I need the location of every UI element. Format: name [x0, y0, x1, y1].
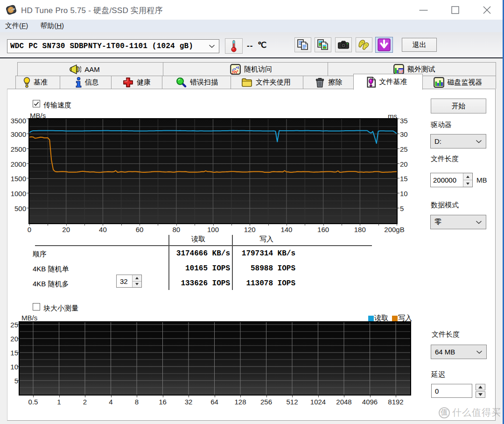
table-header-read: 读取: [191, 235, 205, 244]
tab-label: 擦除: [329, 78, 343, 87]
copy-text-icon: [297, 39, 309, 51]
menu-help[interactable]: 帮助(H): [35, 20, 69, 33]
smzdm-watermark: 值 什么值得买: [439, 406, 501, 419]
axis-tick-label: 1: [57, 398, 61, 406]
row-label-sequential: 顺序: [33, 250, 47, 259]
row-label-4kb-multi: 4KB 随机多: [33, 280, 69, 289]
tab-磁盘监视器[interactable]: 磁盘监视器: [422, 76, 496, 89]
axis-tick-label: 32: [185, 398, 193, 406]
drive-select-value: D:: [434, 137, 441, 145]
file-length-spinner[interactable]: 200000: [430, 173, 473, 187]
axis-tick: [231, 224, 232, 226]
axis-tick: [292, 396, 293, 397]
drive-combobox[interactable]: WDC PC SN730 SDBPNTY-1T00-1101 (1024 gB): [7, 39, 219, 53]
axis-tick: [323, 224, 324, 226]
tab-label: 文件基准: [379, 78, 407, 86]
block-size-chart: [19, 321, 411, 396]
block-size-checkbox[interactable]: [33, 303, 40, 311]
axis-tick-label: 1500: [0, 175, 26, 183]
legend-read-swatch: [368, 316, 374, 321]
info-icon: [76, 77, 82, 88]
axis-tick: [140, 224, 140, 226]
speaker-icon: [70, 64, 81, 75]
axis-tick-label: 8192: [388, 398, 403, 406]
axis-tick-label: 5: [0, 377, 18, 385]
save-image-button[interactable]: [375, 37, 393, 53]
axis-tick-label: 60: [136, 226, 144, 233]
screenshot-button[interactable]: [335, 37, 352, 52]
delay-input[interactable]: 0: [431, 384, 472, 398]
chevron-down-icon: [209, 44, 215, 48]
queue-depth-down-button[interactable]: [133, 281, 141, 288]
delay-value: 0: [435, 387, 439, 395]
axis-tick-label: 160: [317, 226, 329, 233]
close-button[interactable]: [472, 0, 501, 20]
file-benchmark-icon: [366, 77, 376, 88]
minimize-button[interactable]: [409, 0, 438, 20]
file-length-unit: MB: [476, 176, 487, 184]
tab-健康[interactable]: 健康: [111, 76, 162, 89]
transfer-speed-checkbox[interactable]: [33, 100, 40, 107]
chevron-down-icon: [476, 350, 483, 354]
axis-tick-label: 1024: [310, 398, 326, 406]
maximize-button[interactable]: [441, 0, 469, 20]
color-settings-button[interactable]: [356, 37, 372, 52]
copy-image-button[interactable]: [315, 37, 331, 52]
axis-tick-label: 3500: [0, 117, 26, 125]
file-length-value: 200000: [431, 173, 463, 187]
extra-tests-icon: [393, 64, 404, 75]
tab-擦除[interactable]: 擦除: [303, 76, 354, 89]
checkmark-icon: [34, 101, 39, 106]
queue-depth-up-button[interactable]: [133, 275, 141, 281]
start-button[interactable]: 开始: [431, 99, 486, 113]
axis-tick: [66, 224, 67, 226]
file-length-down-button[interactable]: [463, 180, 472, 187]
tab-文件基准[interactable]: 文件基准: [353, 74, 423, 90]
axis-tick: [398, 163, 399, 164]
arrow-down-icon: [135, 283, 139, 285]
axis-tick: [158, 224, 158, 226]
axis-tick-label: 128: [234, 398, 246, 406]
tab-错误扫描[interactable]: 错误扫描: [162, 76, 231, 89]
tab-文件夹使用[interactable]: 文件夹使用: [231, 76, 303, 89]
delay-up-button[interactable]: [476, 384, 485, 390]
window-title: HD Tune Pro 5.75 - 硬盘/SSD 实用程序: [21, 5, 163, 16]
menu-file[interactable]: 文件(F): [0, 20, 33, 33]
tab-AAM[interactable]: AAM: [17, 62, 163, 76]
axis-tick-label: 256: [260, 398, 272, 406]
data-mode-select[interactable]: 零: [430, 215, 486, 229]
tab-基准[interactable]: 基准: [15, 76, 60, 89]
temperature-button[interactable]: [225, 38, 243, 54]
axis-tick-label: 20: [62, 226, 70, 233]
exit-button[interactable]: 退出: [402, 38, 437, 52]
axis-tick-label: 5: [400, 205, 404, 212]
copy-text-button[interactable]: [294, 37, 311, 52]
axis-tick-label: 2000: [0, 160, 26, 168]
axis-tick-label: 25: [400, 145, 408, 153]
axis-tick: [27, 148, 28, 149]
axis-tick: [17, 324, 19, 325]
tabstrip: AAM随机访问额外测试基准信息健康错误扫描文件夹使用擦除文件基准磁盘监视器: [0, 58, 503, 89]
temperature-unit: ℃: [258, 40, 266, 50]
tab-信息[interactable]: 信息: [60, 76, 112, 89]
chart1-y-axis-unit: MB/s: [30, 112, 46, 120]
axis-tick: [360, 224, 360, 226]
arrow-down-icon: [478, 393, 483, 396]
axis-tick: [396, 396, 396, 397]
drive-select[interactable]: D:: [430, 134, 486, 148]
table-header-rule: [35, 245, 372, 246]
axis-tick: [398, 134, 399, 134]
tab-随机访问[interactable]: 随机访问: [163, 62, 328, 76]
tab-label: 错误扫描: [190, 78, 218, 87]
queue-depth-spinner[interactable]: 32: [116, 275, 142, 288]
axis-tick-label: 3000: [0, 130, 26, 138]
axis-tick: [48, 224, 48, 226]
axis-tick-label: 30: [400, 130, 408, 138]
copy-image-icon: [317, 39, 329, 51]
arrow-up-icon: [135, 277, 139, 279]
file-length-up-button[interactable]: [463, 173, 472, 180]
axis-tick-label: 20: [400, 160, 408, 168]
file-length2-select[interactable]: 64 MB: [431, 345, 487, 359]
tab-label: 额外测试: [407, 65, 435, 74]
delay-down-button[interactable]: [476, 391, 485, 398]
